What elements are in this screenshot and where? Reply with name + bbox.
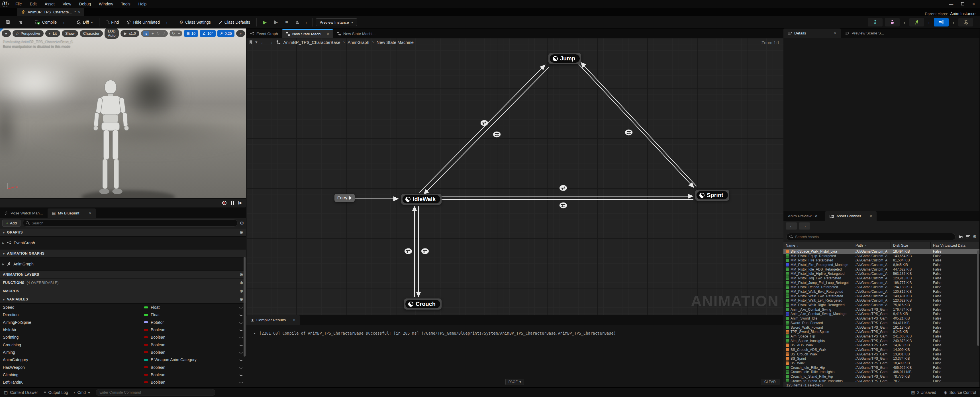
asset-back-button[interactable] (786, 222, 797, 230)
transition-rule-icon[interactable] (480, 120, 488, 126)
entry-node[interactable]: Entry (334, 194, 355, 202)
close-window-button[interactable]: × (972, 2, 975, 6)
close-graph-tab-icon[interactable] (327, 32, 329, 36)
tab-new-state-machine-2[interactable]: New State Machi... (333, 29, 379, 38)
play-options-icon[interactable] (304, 19, 309, 25)
class-settings-button[interactable]: Class Settings (177, 18, 214, 27)
grid-snap-button[interactable]: 10 (184, 30, 198, 37)
eye-closed-icon[interactable] (239, 381, 243, 383)
eye-closed-icon[interactable] (239, 321, 243, 324)
list-item-eventgraph[interactable]: EventGraph (0, 237, 246, 249)
menu-item[interactable]: File (11, 0, 26, 7)
column-header-path[interactable]: Path (853, 242, 891, 249)
tab-preview-scene-settings[interactable]: Preview Scene S... (841, 29, 889, 38)
tab-new-state-machine[interactable]: New State Machi... (282, 29, 333, 38)
asset-row[interactable]: TPP_Sword_BlendSpace /All/Game/TPS_Gam 8… (783, 330, 980, 334)
state-node-jump[interactable]: Jump (549, 53, 581, 64)
unsaved-button[interactable]: 2 Unsaved (911, 390, 936, 395)
blueprint-options-icon[interactable] (951, 19, 956, 25)
asset-row[interactable]: Crouch_to_Stand_Rifle_Ironsights /All/Ga… (783, 379, 980, 382)
asset-row[interactable]: Aim_Space_Ironsights /All/Game/TPS_Gam 2… (783, 338, 980, 343)
asset-row[interactable]: MM_Pistol_Jog_Fwd_Retargeted /All/Game/C… (783, 276, 980, 281)
variable-row[interactable]: AimingForSpine Rotator (0, 319, 246, 326)
lit-dropdown[interactable]: Lit (45, 30, 60, 37)
close-details-icon[interactable] (834, 31, 836, 35)
eye-closed-icon[interactable] (239, 366, 243, 368)
tab-my-blueprint[interactable]: My Blueprint (48, 208, 96, 218)
asset-search-box[interactable] (786, 233, 956, 240)
stop-button[interactable] (282, 18, 291, 27)
menu-item[interactable]: Asset (41, 0, 59, 7)
tab-compiler-results[interactable]: Compiler Results (246, 315, 300, 325)
variable-row[interactable]: HasWeapon Boolean (0, 364, 246, 371)
close-compiler-results-icon[interactable] (293, 318, 296, 322)
variable-row[interactable]: Crouching Boolean (0, 341, 246, 348)
parent-class-value[interactable]: Anim Instance (950, 11, 975, 16)
toolbar-overflow-button[interactable] (236, 30, 245, 37)
asset-editor-tab[interactable]: AnimBP_TPS_Characte... * (17, 8, 84, 16)
asset-row[interactable]: Crouch_Idle_Rifle_Ironsights /All/Game/T… (783, 370, 980, 375)
console-command-input[interactable] (99, 390, 212, 394)
state-node-sprint[interactable]: Sprint (695, 190, 729, 201)
section-macros[interactable]: MACROS (0, 287, 246, 295)
page-dropdown[interactable]: PAGE (505, 379, 525, 385)
asset-row[interactable]: MM_Pistol_Jump_Fall_Loop_Retarget /All/G… (783, 281, 980, 285)
add-graph-icon[interactable] (240, 230, 243, 235)
source-control-button[interactable]: Source Control (943, 390, 976, 395)
asset-row[interactable]: Aim_Space_Hip /All/Game/TPS_Gam 241,005 … (783, 334, 980, 338)
menu-item[interactable]: Window (95, 0, 117, 7)
asset-row[interactable]: MM_Pistol_Fire_Retargeted /All/Game/Cust… (783, 258, 980, 263)
console-command-box[interactable] (96, 389, 215, 396)
asset-row[interactable]: BS_Crouch_Walk /All/Game/TPS_Gam 13,901 … (783, 352, 980, 357)
asset-row[interactable]: MM_Pistol_Walk_Left_Retargeted /All/Game… (783, 299, 980, 303)
eye-closed-icon[interactable] (239, 351, 243, 353)
section-animation-graphs[interactable]: ANIMATION GRAPHS (0, 249, 246, 258)
asset-row[interactable]: BS_Crouch_ADS_Walk /All/Game/TPS_Gam 14,… (783, 348, 980, 352)
column-header-disk-size[interactable]: Disk Size (891, 242, 931, 249)
variable-row[interactable]: Sprinting Boolean (0, 333, 246, 341)
variable-row[interactable]: bIsInAir Boolean (0, 326, 246, 333)
add-button[interactable]: +Add (2, 219, 21, 227)
animation-options-icon[interactable] (926, 19, 932, 25)
show-dropdown[interactable]: Show (62, 30, 78, 37)
asset-row[interactable]: Anim_Sword_Idle /All/Game/TPS_Gam 405,21… (783, 316, 980, 321)
select-tool-icon[interactable] (144, 31, 148, 36)
preview-viewport[interactable]: Perspective Lit Show Character LOD Auto … (0, 29, 246, 198)
add-macro-icon[interactable] (240, 289, 243, 294)
asset-row[interactable]: MM_Pistol_Walk_Fwd_Retargeted /All/Game/… (783, 294, 980, 299)
my-blueprint-search[interactable] (23, 219, 238, 227)
collapse-icon[interactable] (3, 251, 5, 256)
tab-event-graph[interactable]: Event Graph (246, 29, 282, 38)
step-button[interactable] (271, 19, 281, 26)
output-log-button[interactable]: Output Log (44, 390, 68, 395)
blueprint-editor-button[interactable] (934, 18, 949, 27)
add-variable-icon[interactable] (240, 297, 243, 302)
asset-row[interactable]: MM_Pistol_Idle_ADS_Retargeted /All/Game/… (783, 267, 980, 272)
collapse-icon[interactable] (3, 297, 5, 302)
cmd-dropdown[interactable]: Cmd (74, 390, 90, 395)
asset-row[interactable]: Crouch_to_Stand_Rifle_Hip /All/Game/TPS_… (783, 374, 980, 379)
compile-options-icon[interactable] (61, 19, 66, 25)
column-header-name[interactable]: Name (783, 242, 853, 249)
expand-icon[interactable] (2, 262, 4, 266)
section-functions[interactable]: FUNCTIONS (4 OVERRIDABLE) (0, 279, 246, 287)
find-options-icon[interactable] (164, 19, 170, 25)
perspective-dropdown[interactable]: Perspective (13, 30, 44, 37)
menu-item[interactable]: Tools (117, 0, 134, 7)
find-button[interactable]: Find (103, 18, 122, 26)
variable-row[interactable]: Climbing Boolean (0, 371, 246, 378)
save-button[interactable] (3, 18, 13, 26)
asset-row[interactable]: MM_Pistol_Walk_Bwd_Retargeted /All/Game/… (783, 289, 980, 294)
scale-tool-icon[interactable] (162, 31, 165, 36)
blueprint-settings-icon[interactable] (240, 221, 244, 226)
state-node-crouch[interactable]: Crouch (404, 299, 442, 310)
minimize-button[interactable]: — (949, 2, 953, 6)
eye-closed-icon[interactable] (239, 336, 243, 338)
tab-pose-watch-manager[interactable]: Pose Watch Man... (0, 208, 48, 218)
bookmark-icon[interactable] (249, 40, 252, 44)
asset-search-input[interactable] (795, 235, 952, 239)
asset-row[interactable]: BS_Walk /All/Game/TPS_Gam 18,499 KiB Fal… (783, 361, 980, 365)
history-forward-icon[interactable] (268, 39, 274, 45)
asset-row[interactable]: BS_Sprint /All/Game/TPS_Gam 13,374 KiB F… (783, 357, 980, 361)
class-defaults-button[interactable]: Class Defaults (215, 18, 253, 26)
